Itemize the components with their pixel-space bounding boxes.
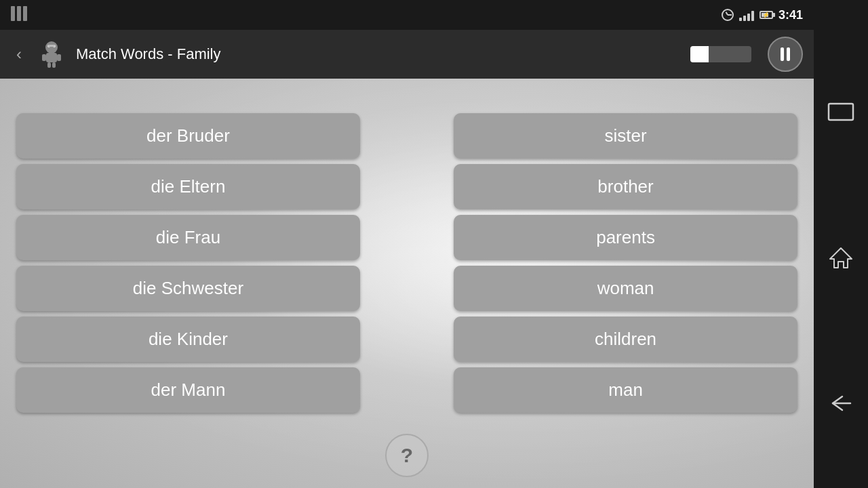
game-area: der Bruderdie Elterndie Fraudie Schweste… <box>0 79 814 488</box>
svg-rect-9 <box>47 62 51 68</box>
left-word-btn-1[interactable]: die Eltern <box>16 164 360 209</box>
landscape-button[interactable] <box>827 102 854 121</box>
svg-rect-6 <box>46 53 57 62</box>
left-word-btn-0[interactable]: der Bruder <box>16 113 360 159</box>
svg-rect-12 <box>829 104 853 120</box>
app-icon <box>35 38 68 70</box>
toolbar: ‹ Match Words - Family <box>0 30 814 79</box>
left-column: der Bruderdie Elterndie Fraudie Schweste… <box>16 113 360 413</box>
help-button[interactable]: ? <box>385 434 429 477</box>
svg-rect-7 <box>42 54 46 61</box>
right-word-btn-1[interactable]: brother <box>454 164 797 209</box>
back-nav-button[interactable] <box>829 394 853 413</box>
status-bar: ⚡ 3:41 <box>0 0 814 30</box>
side-nav <box>814 0 868 488</box>
svg-point-3 <box>45 41 58 54</box>
left-word-btn-4[interactable]: die Kinder <box>16 317 360 362</box>
svg-rect-0 <box>11 6 15 21</box>
battery-icon: ⚡ <box>760 11 773 19</box>
home-button[interactable] <box>829 245 853 270</box>
time-display: 3:41 <box>778 8 803 22</box>
svg-rect-8 <box>57 54 61 61</box>
back-button[interactable]: ‹ <box>11 42 27 66</box>
pause-button[interactable] <box>768 37 803 72</box>
alarm-icon <box>722 9 734 21</box>
left-word-btn-3[interactable]: die Schwester <box>16 266 360 311</box>
help-icon: ? <box>401 444 413 467</box>
svg-rect-10 <box>52 62 56 68</box>
svg-rect-11 <box>48 45 55 47</box>
left-word-btn-5[interactable]: der Mann <box>16 367 360 413</box>
right-word-btn-2[interactable]: parents <box>454 215 797 260</box>
right-column: sisterbrotherparentswomanchildrenman <box>454 113 797 413</box>
right-word-btn-0[interactable]: sister <box>454 113 797 159</box>
app-title: Match Words - Family <box>76 45 682 63</box>
progress-bar <box>690 46 751 62</box>
svg-rect-1 <box>17 6 21 21</box>
pause-icon <box>781 47 790 61</box>
svg-marker-13 <box>830 248 852 268</box>
signal-icon <box>739 9 754 21</box>
right-word-btn-3[interactable]: woman <box>454 266 797 311</box>
right-word-btn-5[interactable]: man <box>454 367 797 413</box>
progress-bar-fill <box>690 46 709 62</box>
menu-icon <box>11 6 30 24</box>
right-word-btn-4[interactable]: children <box>454 317 797 362</box>
left-word-btn-2[interactable]: die Frau <box>16 215 360 260</box>
svg-rect-2 <box>23 6 27 21</box>
